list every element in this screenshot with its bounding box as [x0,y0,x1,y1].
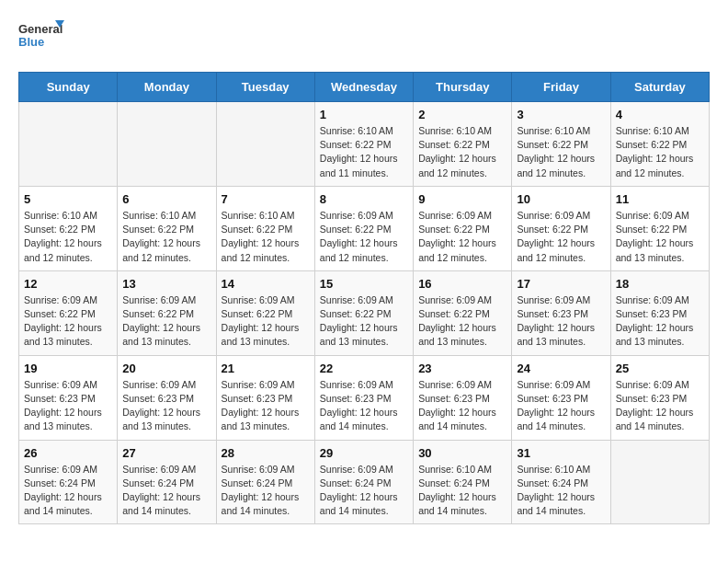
day-number: 28 [222,446,310,460]
calendar-cell [610,440,709,524]
day-number: 30 [418,446,506,460]
calendar-cell [118,102,216,187]
day-info: Sunrise: 6:09 AM Sunset: 6:22 PM Dayligh… [320,209,408,265]
day-number: 12 [24,277,112,291]
day-number: 6 [122,192,210,206]
calendar-header-row: SundayMondayTuesdayWednesdayThursdayFrid… [19,73,710,102]
day-info: Sunrise: 6:10 AM Sunset: 6:22 PM Dayligh… [320,124,408,180]
header-wednesday: Wednesday [314,73,413,102]
day-info: Sunrise: 6:09 AM Sunset: 6:22 PM Dayligh… [517,209,605,265]
day-info: Sunrise: 6:10 AM Sunset: 6:22 PM Dayligh… [517,124,605,180]
calendar-cell: 21Sunrise: 6:09 AM Sunset: 6:23 PM Dayli… [216,355,314,440]
day-number: 11 [616,192,704,206]
calendar-cell [19,102,118,187]
day-info: Sunrise: 6:09 AM Sunset: 6:22 PM Dayligh… [222,293,310,350]
svg-text:General: General [18,22,63,36]
day-number: 15 [320,277,408,291]
day-number: 16 [418,277,506,291]
day-info: Sunrise: 6:09 AM Sunset: 6:23 PM Dayligh… [517,293,605,350]
calendar-cell: 16Sunrise: 6:09 AM Sunset: 6:22 PM Dayli… [414,270,512,355]
day-info: Sunrise: 6:09 AM Sunset: 6:23 PM Dayligh… [122,378,210,434]
calendar-cell: 30Sunrise: 6:10 AM Sunset: 6:24 PM Dayli… [414,440,512,524]
calendar-cell: 28Sunrise: 6:09 AM Sunset: 6:24 PM Dayli… [216,440,314,524]
day-number: 9 [418,192,506,206]
day-info: Sunrise: 6:10 AM Sunset: 6:22 PM Dayligh… [122,209,210,265]
day-number: 18 [616,277,704,291]
calendar-week-1: 1Sunrise: 6:10 AM Sunset: 6:22 PM Daylig… [19,102,710,187]
calendar-cell: 15Sunrise: 6:09 AM Sunset: 6:22 PM Dayli… [314,270,413,355]
calendar-cell: 25Sunrise: 6:09 AM Sunset: 6:23 PM Dayli… [610,355,709,440]
day-number: 29 [320,446,408,460]
day-number: 1 [320,108,408,121]
day-number: 27 [122,446,210,460]
header-tuesday: Tuesday [216,73,314,102]
day-number: 26 [24,446,112,460]
calendar-cell: 9Sunrise: 6:09 AM Sunset: 6:22 PM Daylig… [414,186,512,270]
calendar-cell: 12Sunrise: 6:09 AM Sunset: 6:22 PM Dayli… [19,270,118,355]
day-number: 10 [517,192,605,206]
day-info: Sunrise: 6:10 AM Sunset: 6:22 PM Dayligh… [418,124,506,180]
day-info: Sunrise: 6:10 AM Sunset: 6:22 PM Dayligh… [24,209,112,265]
calendar-week-3: 12Sunrise: 6:09 AM Sunset: 6:22 PM Dayli… [19,270,710,355]
calendar-cell: 29Sunrise: 6:09 AM Sunset: 6:24 PM Dayli… [314,440,413,524]
day-info: Sunrise: 6:09 AM Sunset: 6:23 PM Dayligh… [616,378,704,434]
day-number: 7 [222,192,310,206]
day-number: 5 [24,192,112,206]
day-info: Sunrise: 6:09 AM Sunset: 6:22 PM Dayligh… [24,293,112,350]
calendar-cell: 14Sunrise: 6:09 AM Sunset: 6:22 PM Dayli… [216,270,314,355]
header-sunday: Sunday [19,73,118,102]
day-info: Sunrise: 6:09 AM Sunset: 6:22 PM Dayligh… [320,293,408,350]
day-number: 22 [320,362,408,375]
day-info: Sunrise: 6:10 AM Sunset: 6:24 PM Dayligh… [517,463,605,519]
calendar-week-5: 26Sunrise: 6:09 AM Sunset: 6:24 PM Dayli… [19,440,710,524]
day-info: Sunrise: 6:09 AM Sunset: 6:22 PM Dayligh… [122,293,210,350]
day-number: 25 [616,362,704,375]
calendar-week-4: 19Sunrise: 6:09 AM Sunset: 6:23 PM Dayli… [19,355,710,440]
calendar-cell: 8Sunrise: 6:09 AM Sunset: 6:22 PM Daylig… [314,186,413,270]
day-info: Sunrise: 6:09 AM Sunset: 6:22 PM Dayligh… [418,293,506,350]
day-info: Sunrise: 6:10 AM Sunset: 6:22 PM Dayligh… [222,209,310,265]
calendar-cell: 11Sunrise: 6:09 AM Sunset: 6:22 PM Dayli… [610,186,709,270]
calendar-week-2: 5Sunrise: 6:10 AM Sunset: 6:22 PM Daylig… [19,186,710,270]
day-info: Sunrise: 6:09 AM Sunset: 6:23 PM Dayligh… [418,378,506,434]
day-info: Sunrise: 6:09 AM Sunset: 6:23 PM Dayligh… [24,378,112,434]
day-number: 3 [517,108,605,121]
calendar-cell: 27Sunrise: 6:09 AM Sunset: 6:24 PM Dayli… [118,440,216,524]
day-info: Sunrise: 6:10 AM Sunset: 6:22 PM Dayligh… [616,124,704,180]
calendar-cell: 31Sunrise: 6:10 AM Sunset: 6:24 PM Dayli… [512,440,610,524]
header-thursday: Thursday [414,73,512,102]
calendar-cell: 18Sunrise: 6:09 AM Sunset: 6:23 PM Dayli… [610,270,709,355]
day-number: 13 [122,277,210,291]
day-number: 31 [517,446,605,460]
day-number: 19 [24,362,112,375]
logo-svg: General Blue [18,18,64,57]
calendar-cell: 3Sunrise: 6:10 AM Sunset: 6:22 PM Daylig… [512,102,610,187]
svg-text:Blue: Blue [18,35,44,49]
day-number: 4 [616,108,704,121]
header-monday: Monday [118,73,216,102]
calendar-cell: 5Sunrise: 6:10 AM Sunset: 6:22 PM Daylig… [19,186,118,270]
day-info: Sunrise: 6:09 AM Sunset: 6:24 PM Dayligh… [122,463,210,519]
day-number: 8 [320,192,408,206]
header-friday: Friday [512,73,610,102]
day-number: 20 [122,362,210,375]
day-info: Sunrise: 6:09 AM Sunset: 6:24 PM Dayligh… [320,463,408,519]
calendar-cell: 22Sunrise: 6:09 AM Sunset: 6:23 PM Dayli… [314,355,413,440]
day-number: 17 [517,277,605,291]
day-number: 14 [222,277,310,291]
logo: General Blue [18,18,64,57]
calendar-cell: 1Sunrise: 6:10 AM Sunset: 6:22 PM Daylig… [314,102,413,187]
day-info: Sunrise: 6:09 AM Sunset: 6:23 PM Dayligh… [517,378,605,434]
day-info: Sunrise: 6:09 AM Sunset: 6:23 PM Dayligh… [222,378,310,434]
calendar-cell: 20Sunrise: 6:09 AM Sunset: 6:23 PM Dayli… [118,355,216,440]
calendar-cell: 26Sunrise: 6:09 AM Sunset: 6:24 PM Dayli… [19,440,118,524]
calendar-cell: 7Sunrise: 6:10 AM Sunset: 6:22 PM Daylig… [216,186,314,270]
calendar-cell: 4Sunrise: 6:10 AM Sunset: 6:22 PM Daylig… [610,102,709,187]
calendar-cell: 13Sunrise: 6:09 AM Sunset: 6:22 PM Dayli… [118,270,216,355]
day-number: 21 [222,362,310,375]
calendar-cell [216,102,314,187]
calendar-cell: 2Sunrise: 6:10 AM Sunset: 6:22 PM Daylig… [414,102,512,187]
calendar-cell: 10Sunrise: 6:09 AM Sunset: 6:22 PM Dayli… [512,186,610,270]
day-info: Sunrise: 6:10 AM Sunset: 6:24 PM Dayligh… [418,463,506,519]
day-number: 24 [517,362,605,375]
